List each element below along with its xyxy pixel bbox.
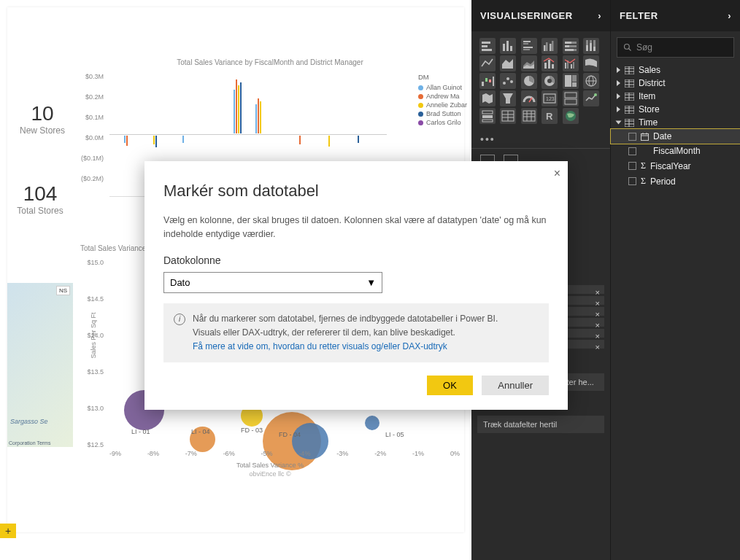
kpi-value: 104 bbox=[7, 182, 73, 206]
svg-point-45 bbox=[547, 79, 552, 83]
svg-rect-4 bbox=[506, 41, 509, 51]
viz-waterfall-icon[interactable] bbox=[479, 73, 496, 89]
svg-rect-57 bbox=[565, 99, 577, 104]
svg-marker-26 bbox=[502, 59, 513, 69]
table-store[interactable]: Store bbox=[611, 103, 740, 116]
viz-line-clustered-column-icon[interactable] bbox=[563, 55, 579, 71]
table-icon bbox=[625, 119, 634, 127]
viz-r-icon[interactable]: R bbox=[541, 108, 558, 124]
svg-text:R: R bbox=[546, 111, 553, 122]
close-icon[interactable]: × bbox=[554, 167, 560, 180]
table-icon bbox=[625, 66, 634, 74]
viz-scatter-icon[interactable] bbox=[500, 73, 516, 89]
kpi-total-stores[interactable]: 104 Total Stores bbox=[7, 182, 73, 216]
map-badge: NS bbox=[56, 286, 70, 295]
viz-filled-map-icon[interactable] bbox=[479, 90, 496, 106]
kpi-value: 10 bbox=[13, 102, 72, 125]
viz-more-icon[interactable]: ••• bbox=[471, 131, 610, 148]
svg-point-42 bbox=[510, 80, 513, 83]
svg-rect-11 bbox=[546, 42, 548, 51]
table-district[interactable]: District bbox=[611, 77, 740, 90]
map-visual[interactable]: NS Sargasso Se Corporation Terms bbox=[7, 283, 73, 447]
checkbox-icon[interactable] bbox=[628, 133, 636, 141]
kpi-new-stores[interactable]: 10 New Stores bbox=[13, 102, 72, 136]
viz-donut-icon[interactable] bbox=[541, 73, 558, 89]
svg-rect-5 bbox=[510, 46, 512, 51]
fields-pane: FELTER › Søg Sales District Item Store T… bbox=[610, 0, 740, 560]
mark-as-date-table-dialog: × Markér som datotabel Vælg en kolonne, … bbox=[144, 161, 568, 410]
viz-table-icon[interactable] bbox=[500, 108, 516, 124]
svg-rect-59 bbox=[482, 111, 493, 114]
chevron-down-icon: ▼ bbox=[366, 277, 376, 288]
viz-stacked-area-icon[interactable] bbox=[521, 55, 537, 71]
viz-line-icon[interactable] bbox=[479, 55, 496, 71]
svg-point-58 bbox=[594, 93, 597, 96]
table-time[interactable]: Time bbox=[611, 116, 740, 129]
svg-rect-17 bbox=[565, 45, 569, 47]
learn-more-link[interactable]: Få mere at vide om, hvordan du retter vi… bbox=[193, 340, 498, 354]
svg-rect-39 bbox=[493, 77, 494, 86]
field-date[interactable]: Date bbox=[611, 129, 740, 144]
viz-card-icon[interactable]: 123 bbox=[541, 90, 558, 106]
viz-clustered-bar-icon[interactable] bbox=[521, 38, 537, 54]
svg-marker-52 bbox=[503, 93, 513, 104]
viz-matrix-icon[interactable] bbox=[521, 108, 537, 124]
viz-stacked-bar-icon[interactable] bbox=[479, 38, 496, 54]
viz-line-column-icon[interactable] bbox=[541, 55, 558, 71]
viz-treemap-icon[interactable] bbox=[563, 73, 579, 89]
viz-pie-icon[interactable] bbox=[521, 73, 537, 89]
cancel-button[interactable]: Annuller bbox=[482, 376, 549, 395]
kpi-label: New Stores bbox=[13, 125, 72, 136]
viz-clustered-column-icon[interactable] bbox=[541, 38, 558, 54]
dialog-description: Vælg en kolonne, der skal bruges til dat… bbox=[163, 214, 549, 241]
viz-funnel-icon[interactable] bbox=[500, 90, 516, 106]
svg-rect-10 bbox=[544, 45, 546, 51]
svg-rect-13 bbox=[552, 41, 554, 51]
field-period[interactable]: Σ Period bbox=[611, 174, 740, 189]
svg-rect-15 bbox=[565, 42, 571, 44]
table-item[interactable]: Item bbox=[611, 90, 740, 103]
info-icon: i bbox=[174, 314, 185, 325]
svg-point-41 bbox=[506, 77, 509, 80]
pane-header-visualizations[interactable]: VISUALISERINGER › bbox=[471, 0, 610, 31]
viz-arcgis-icon[interactable] bbox=[563, 108, 579, 124]
svg-rect-34 bbox=[571, 64, 572, 69]
table-sales[interactable]: Sales bbox=[611, 63, 740, 77]
table-icon bbox=[625, 79, 634, 88]
info-box: i Når du markerer som datotabel, fjernes… bbox=[163, 303, 549, 363]
chevron-right-icon[interactable]: › bbox=[728, 10, 731, 21]
checkbox-icon[interactable] bbox=[628, 162, 636, 170]
search-icon bbox=[623, 43, 632, 52]
add-page-button[interactable]: + bbox=[0, 524, 16, 538]
viz-multi-card-icon[interactable] bbox=[563, 90, 579, 106]
viz-slicer-icon[interactable] bbox=[479, 108, 496, 124]
svg-rect-48 bbox=[572, 82, 577, 87]
bubble bbox=[365, 416, 379, 430]
viz-ribbon-icon[interactable] bbox=[583, 55, 599, 71]
viz-gauge-icon[interactable] bbox=[521, 90, 537, 106]
svg-rect-46 bbox=[565, 75, 571, 87]
chevron-right-icon[interactable]: › bbox=[598, 10, 601, 21]
svg-rect-6 bbox=[523, 41, 531, 42]
search-input[interactable]: Søg bbox=[617, 37, 734, 58]
ok-button[interactable]: OK bbox=[427, 376, 473, 395]
viz-map-icon[interactable] bbox=[583, 73, 599, 89]
viz-area-icon[interactable] bbox=[500, 55, 516, 71]
svg-text:123: 123 bbox=[546, 96, 555, 101]
field-fiscalyear[interactable]: Σ FiscalYear bbox=[611, 158, 740, 174]
filter-dropzone[interactable]: Træk datafelter hertil bbox=[477, 416, 604, 433]
svg-rect-56 bbox=[565, 93, 577, 98]
field-fiscalmonth[interactable]: FiscalMonth bbox=[611, 144, 740, 158]
sigma-icon: Σ bbox=[641, 176, 646, 187]
viz-kpi-icon[interactable] bbox=[583, 90, 599, 106]
viz-100-stacked-column-icon[interactable] bbox=[583, 38, 599, 54]
viz-stacked-column-icon[interactable] bbox=[500, 38, 516, 54]
checkbox-icon[interactable] bbox=[628, 177, 636, 185]
date-column-select[interactable]: Dato ▼ bbox=[163, 272, 382, 293]
close-icon[interactable]: × bbox=[596, 343, 600, 351]
pane-header-fields[interactable]: FELTER › bbox=[611, 0, 740, 31]
table-icon bbox=[625, 106, 634, 114]
viz-100-stacked-bar-icon[interactable] bbox=[563, 38, 579, 54]
checkbox-icon[interactable] bbox=[628, 147, 636, 155]
svg-rect-25 bbox=[593, 47, 596, 51]
